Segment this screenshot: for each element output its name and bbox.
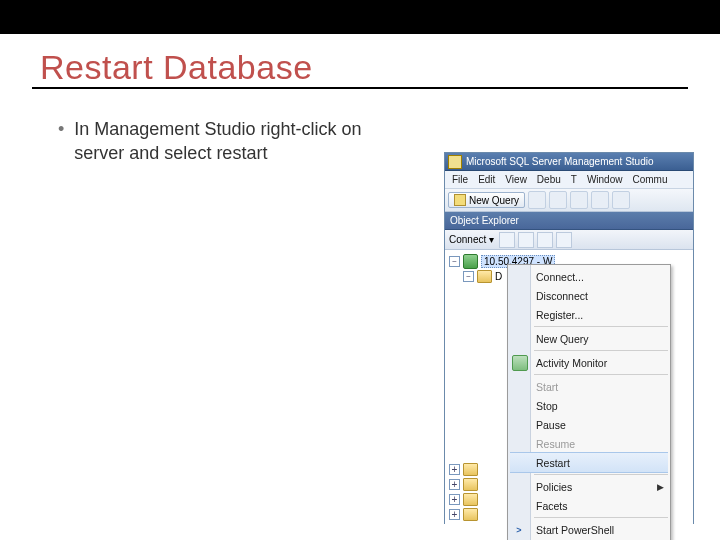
ssms-app-icon — [448, 155, 462, 169]
context-menu-separator — [534, 517, 668, 518]
collapse-icon[interactable]: − — [449, 256, 460, 267]
context-menu-item-register[interactable]: Register... — [508, 305, 670, 324]
slide-title: Restart Database — [40, 48, 720, 87]
explorer-toolbar-button[interactable] — [556, 232, 572, 248]
slide-topbar — [0, 0, 720, 34]
context-menu-item-label: Start PowerShell — [536, 524, 614, 536]
explorer-toolbar-button[interactable] — [518, 232, 534, 248]
menu-tools[interactable]: T — [566, 174, 582, 185]
context-menu-item-label: Facets — [536, 500, 568, 512]
context-menu-item-connect[interactable]: Connect... — [508, 267, 670, 286]
context-menu-item-pause[interactable]: Pause — [508, 415, 670, 434]
folder-icon — [477, 270, 492, 283]
tree-leaf-node[interactable]: + — [449, 477, 478, 492]
new-query-icon — [454, 194, 466, 206]
context-menu-item-label: Restart — [536, 457, 570, 469]
bullet-text: In Management Studio right-click on serv… — [74, 117, 398, 166]
expand-icon[interactable]: + — [449, 479, 460, 490]
bullet-item: • In Management Studio right-click on se… — [58, 117, 398, 166]
context-menu-item-label: Disconnect — [536, 290, 588, 302]
toolbar-button[interactable] — [612, 191, 630, 209]
folder-icon — [463, 463, 478, 476]
object-explorer-header[interactable]: Object Explorer — [445, 212, 693, 230]
expand-icon[interactable]: + — [449, 494, 460, 505]
object-explorer-toolbar: Connect ▾ — [445, 230, 693, 250]
toolbar-button[interactable] — [570, 191, 588, 209]
tree-leaf-node[interactable]: + — [449, 507, 478, 522]
context-menu-separator — [534, 474, 668, 475]
context-menu-item-new-query[interactable]: New Query — [508, 329, 670, 348]
ssms-titlebar[interactable]: Microsoft SQL Server Management Studio — [445, 153, 693, 171]
ssms-toolbar: New Query — [445, 189, 693, 212]
context-menu-item-label: Connect... — [536, 271, 584, 283]
menu-view[interactable]: View — [500, 174, 532, 185]
context-menu-item-start-powershell[interactable]: >Start PowerShell — [508, 520, 670, 539]
mon-icon — [512, 355, 528, 371]
tree-leaf-node[interactable]: + — [449, 492, 478, 507]
tree-child-label: D — [495, 271, 502, 282]
bullet-dot: • — [58, 117, 64, 166]
ssms-menubar: File Edit View Debu T Window Commu — [445, 171, 693, 189]
new-query-label: New Query — [469, 195, 519, 206]
object-explorer-title: Object Explorer — [450, 215, 519, 226]
context-menu-item-policies[interactable]: Policies▶ — [508, 477, 670, 496]
ssms-window: Microsoft SQL Server Management Studio F… — [444, 152, 694, 524]
context-menu-item-stop[interactable]: Stop — [508, 396, 670, 415]
context-menu-item-start: Start — [508, 377, 670, 396]
object-explorer-tree: − 10.50.4297 - W − D + + + + Connect...D… — [445, 250, 693, 528]
expand-icon[interactable]: + — [449, 464, 460, 475]
explorer-toolbar-button[interactable] — [537, 232, 553, 248]
submenu-arrow-icon: ▶ — [657, 482, 664, 492]
context-menu-separator — [534, 374, 668, 375]
ssms-title-text: Microsoft SQL Server Management Studio — [466, 156, 654, 167]
menu-community[interactable]: Commu — [627, 174, 672, 185]
ps-icon: > — [512, 523, 526, 537]
folder-icon — [463, 508, 478, 521]
context-menu-item-label: Policies — [536, 481, 572, 493]
new-query-button[interactable]: New Query — [448, 192, 525, 208]
slide-body: • In Management Studio right-click on se… — [0, 89, 398, 166]
server-icon — [463, 254, 478, 269]
context-menu-item-label: Pause — [536, 419, 566, 431]
toolbar-button[interactable] — [591, 191, 609, 209]
tree-leaf-node[interactable]: + — [449, 462, 478, 477]
context-menu-item-restart[interactable]: Restart — [510, 452, 668, 473]
collapse-icon[interactable]: − — [463, 271, 474, 282]
context-menu-item-label: Register... — [536, 309, 583, 321]
menu-edit[interactable]: Edit — [473, 174, 500, 185]
context-menu-separator — [534, 326, 668, 327]
menu-window[interactable]: Window — [582, 174, 628, 185]
toolbar-button[interactable] — [528, 191, 546, 209]
folder-icon — [463, 478, 478, 491]
context-menu-item-label: New Query — [536, 333, 589, 345]
context-menu-item-resume: Resume — [508, 434, 670, 453]
context-menu-item-disconnect[interactable]: Disconnect — [508, 286, 670, 305]
context-menu-separator — [534, 350, 668, 351]
slide: Restart Database • In Management Studio … — [0, 0, 720, 540]
context-menu-item-label: Start — [536, 381, 558, 393]
context-menu-item-label: Resume — [536, 438, 575, 450]
context-menu-item-facets[interactable]: Facets — [508, 496, 670, 515]
folder-icon — [463, 493, 478, 506]
explorer-toolbar-button[interactable] — [499, 232, 515, 248]
tree-bottom-nodes: + + + + — [449, 462, 478, 522]
menu-debug[interactable]: Debu — [532, 174, 566, 185]
context-menu-item-activity-monitor[interactable]: Activity Monitor — [508, 353, 670, 372]
expand-icon[interactable]: + — [449, 509, 460, 520]
menu-file[interactable]: File — [447, 174, 473, 185]
connect-dropdown[interactable]: Connect ▾ — [449, 234, 494, 245]
toolbar-button[interactable] — [549, 191, 567, 209]
context-menu-item-label: Stop — [536, 400, 558, 412]
server-context-menu: Connect...DisconnectRegister...New Query… — [507, 264, 671, 540]
context-menu-item-label: Activity Monitor — [536, 357, 607, 369]
